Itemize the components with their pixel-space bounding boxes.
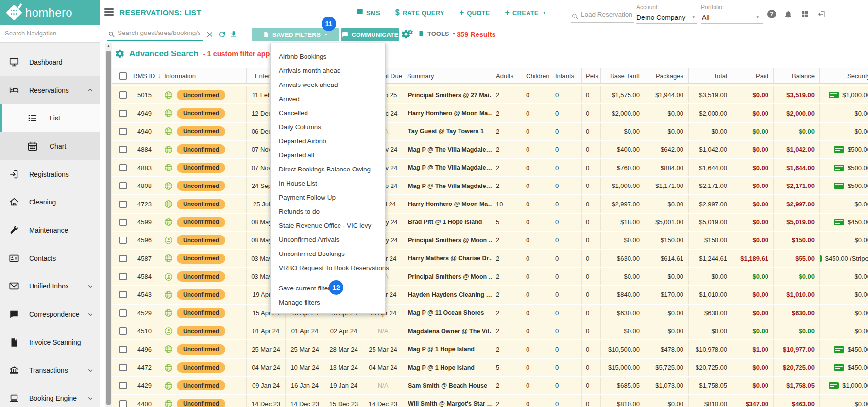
notifications-bell-icon[interactable] <box>784 10 793 18</box>
logout-icon[interactable] <box>817 10 825 18</box>
filter-item-payment-follow-up[interactable]: Payment Follow Up <box>271 190 385 204</box>
column-header-summary[interactable]: Summary <box>403 68 492 83</box>
summary-cell[interactable]: Mag P @ 11 Ocean Shores <box>403 305 492 322</box>
sidebar-item-transactions[interactable]: Transactions <box>0 356 100 385</box>
row-checkbox[interactable] <box>119 255 127 262</box>
sidebar-item-reservations[interactable]: Reservations <box>0 76 100 104</box>
filter-item-arrivals-month-ahead[interactable]: Arrivals month ahead <box>271 64 385 78</box>
annotation-badge-12[interactable]: 12 <box>329 280 343 295</box>
row-checkbox[interactable] <box>119 291 127 298</box>
row-checkbox[interactable] <box>119 91 127 99</box>
filter-item-departed-airbnb[interactable]: Departed Airbnb <box>271 134 385 148</box>
row-checkbox[interactable] <box>119 273 127 280</box>
summary-cell[interactable]: Principal Smithers @ Moon … <box>403 232 492 249</box>
load-reservation-input[interactable] <box>581 11 633 18</box>
sidebar-item-invoice-scanning[interactable]: Invoice Scanning <box>0 328 100 356</box>
summary-cell[interactable]: Harry Mathers @ Charise Dr… <box>403 250 492 267</box>
column-header-pets[interactable]: Pets <box>582 68 601 83</box>
row-checkbox[interactable] <box>119 309 127 317</box>
row-checkbox[interactable] <box>119 327 127 335</box>
sidebar-item-maintenance[interactable]: Maintenance <box>0 216 100 244</box>
hamburger-menu-icon[interactable] <box>104 8 114 16</box>
annotation-badge-11[interactable]: 11 <box>322 17 336 31</box>
filter-item-arrived[interactable]: Arrived <box>271 92 385 106</box>
settings-gears-icon[interactable] <box>401 29 413 41</box>
row-checkbox[interactable] <box>119 201 127 208</box>
sidebar-item-registrations[interactable]: Registrations <box>0 160 100 188</box>
header-action-create[interactable]: +CREATE▼ <box>505 9 546 17</box>
header-action-sms[interactable]: SMS <box>356 8 380 17</box>
account-select[interactable]: Demo Company <box>636 14 685 21</box>
summary-cell[interactable]: Brad Pitt @ 1 Hope Island <box>403 214 492 231</box>
summary-cell[interactable]: Mag P @ The Villa Magdale… <box>403 177 492 194</box>
scroll-up-arrow-icon[interactable]: ▲ <box>105 44 112 48</box>
advanced-search-header[interactable]: Advanced Search - 1 custom filter applie… <box>115 49 282 59</box>
homhero-logo[interactable]: homhero <box>0 0 100 25</box>
sidebar-item-booking-engine[interactable]: Booking Engine <box>0 384 100 407</box>
row-checkbox[interactable] <box>119 346 127 353</box>
filter-item-airbnb-bookings[interactable]: Airbnb Bookings <box>271 50 385 64</box>
sidebar-item-list[interactable]: List <box>0 104 100 132</box>
download-icon[interactable] <box>229 30 238 39</box>
manage-filters-item[interactable]: Manage filters <box>271 295 385 309</box>
sidebar-item-chart[interactable]: Chart <box>0 132 100 160</box>
tools-button[interactable]: TOOLS ▼ <box>418 30 456 37</box>
summary-cell[interactable]: Harry Homhero @ Moon Ma… <box>403 195 492 212</box>
sidebar-item-cleaning[interactable]: Cleaning <box>0 188 100 216</box>
summary-cell[interactable]: Magdalena Owner @ The Vil… <box>403 322 492 339</box>
column-header-base-tariff[interactable]: Base Tariff <box>601 68 645 83</box>
row-checkbox[interactable] <box>119 182 127 189</box>
column-header-children[interactable]: Children <box>522 68 551 83</box>
column-header-adults[interactable]: Adults <box>492 68 522 83</box>
reservation-search-input[interactable] <box>118 29 200 36</box>
row-checkbox[interactable] <box>119 364 127 371</box>
summary-cell[interactable]: Mag P @ 1 Hope Island <box>403 340 492 357</box>
column-header-total[interactable]: Total <box>689 68 732 83</box>
summary-cell[interactable]: Sam Smith @ Beach House <box>403 377 492 394</box>
row-checkbox[interactable] <box>119 128 127 135</box>
select-all-checkbox[interactable] <box>119 72 127 80</box>
column-header-checkbox[interactable] <box>112 68 129 83</box>
summary-cell[interactable]: Mag P @ The Villa Magdale… <box>403 159 492 176</box>
summary-cell[interactable]: Will Smith @ Margot's Star … <box>403 395 492 407</box>
row-checkbox[interactable] <box>119 219 127 226</box>
header-action-quote[interactable]: +QUOTE <box>460 9 490 17</box>
column-header-security[interactable]: Security <box>820 68 868 83</box>
summary-cell[interactable]: Mag P @ The Villa Magdale… <box>403 141 492 158</box>
communicate-button[interactable]: COMMUNICATE <box>341 28 399 41</box>
row-checkbox[interactable] <box>119 382 127 389</box>
column-header-balance[interactable]: Balance <box>774 68 820 83</box>
filter-item-vrbo-request-to-book-reservations[interactable]: VRBO Request To Book Reservations <box>271 261 385 275</box>
filter-item-state-revenue-office-vic-levy[interactable]: State Revenue Office - VIC levy <box>271 219 385 233</box>
filter-item-unconfirmed-bookings[interactable]: Unconfirmed Bookings <box>271 247 385 261</box>
summary-cell[interactable]: Harry Homhero @ Moon Ma… <box>403 104 492 121</box>
chevron-down-icon[interactable]: ▼ <box>692 15 696 19</box>
filter-item-refunds-to-do[interactable]: Refunds to do <box>271 204 385 219</box>
vertical-scrollbar[interactable]: ▲ <box>105 43 112 407</box>
filter-item-daily-columns[interactable]: Daily Columns <box>271 120 385 134</box>
help-icon[interactable]: ? <box>767 10 776 18</box>
row-checkbox[interactable] <box>119 164 127 171</box>
column-header-paid[interactable]: Paid <box>732 68 774 83</box>
summary-cell[interactable]: Hayden Haydens Cleaning … <box>403 286 492 303</box>
navigation-search-input[interactable] <box>5 30 95 37</box>
sidebar-item-dashboard[interactable]: Dashboard <box>0 48 100 76</box>
summary-cell[interactable]: Principal Smithers @ Moon … <box>403 268 492 285</box>
row-checkbox[interactable] <box>119 146 127 153</box>
summary-cell[interactable]: Tay Guest @ Tay Towers 1 <box>403 123 492 140</box>
filter-item-unconfirmed-arrivals[interactable]: Unconfirmed Arrivals <box>271 233 385 247</box>
row-checkbox[interactable] <box>119 110 127 117</box>
scrollbar-thumb[interactable] <box>106 51 111 405</box>
clear-search-icon[interactable] <box>205 30 214 39</box>
filter-item-direct-bookings-balance-owing[interactable]: Direct Bookings Balance Owing <box>271 162 385 176</box>
header-action-rate-query[interactable]: $RATE QUERY <box>395 9 444 17</box>
column-header-packages[interactable]: Packages <box>645 68 689 83</box>
refresh-icon[interactable] <box>218 30 226 39</box>
summary-cell[interactable]: Mag P @ 1 Hope Island <box>403 359 492 376</box>
save-current-filter-item[interactable]: Save current filter <box>271 281 385 295</box>
column-header-infants[interactable]: Infants <box>551 68 582 83</box>
sidebar-item-unified-inbox[interactable]: Unified Inbox <box>0 272 100 301</box>
filter-item-arrivals-week-ahead[interactable]: Arrivals week ahead <box>271 78 385 92</box>
filter-item-in-house-list[interactable]: In House List <box>271 176 385 190</box>
sidebar-item-correspondence[interactable]: Correspondence <box>0 300 100 328</box>
